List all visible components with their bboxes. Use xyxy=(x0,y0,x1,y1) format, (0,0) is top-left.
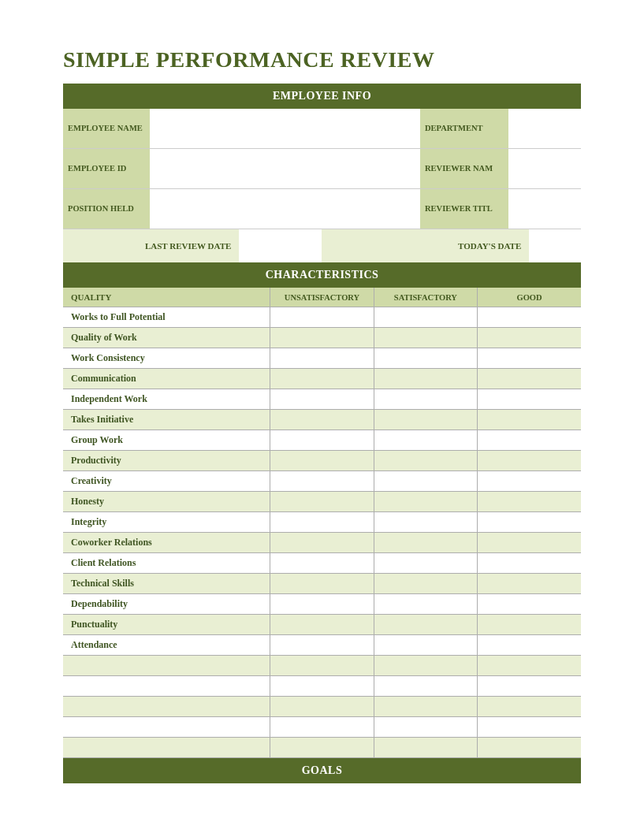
rating-cell-satisfactory[interactable] xyxy=(374,369,477,389)
rating-cell-satisfactory[interactable] xyxy=(374,656,477,676)
rating-cell-good[interactable] xyxy=(478,512,581,533)
rating-cell-unsatisfactory[interactable] xyxy=(270,615,374,635)
quality-label xyxy=(63,676,270,697)
rating-cell-good[interactable] xyxy=(478,656,581,676)
rating-cell-satisfactory[interactable] xyxy=(374,307,477,328)
rating-cell-satisfactory[interactable] xyxy=(374,389,477,410)
rating-cell-unsatisfactory[interactable] xyxy=(270,389,374,410)
rating-cell-unsatisfactory[interactable] xyxy=(270,717,374,738)
characteristics-row: Creativity xyxy=(63,471,581,492)
field-reviewer-title[interactable] xyxy=(508,189,581,229)
rating-cell-satisfactory[interactable] xyxy=(374,410,477,430)
rating-cell-satisfactory[interactable] xyxy=(374,574,477,594)
rating-cell-unsatisfactory[interactable] xyxy=(270,430,374,451)
rating-cell-satisfactory[interactable] xyxy=(374,738,477,758)
rating-cell-good[interactable] xyxy=(478,389,581,410)
rating-cell-unsatisfactory[interactable] xyxy=(270,451,374,471)
rating-cell-satisfactory[interactable] xyxy=(374,348,477,369)
quality-label: Technical Skills xyxy=(63,574,270,594)
rating-cell-satisfactory[interactable] xyxy=(374,471,477,492)
rating-cell-unsatisfactory[interactable] xyxy=(270,492,374,512)
field-reviewer-name[interactable] xyxy=(508,149,581,189)
rating-cell-unsatisfactory[interactable] xyxy=(270,471,374,492)
rating-cell-unsatisfactory[interactable] xyxy=(270,594,374,615)
rating-cell-unsatisfactory[interactable] xyxy=(270,512,374,533)
field-employee-name[interactable] xyxy=(150,109,420,149)
rating-cell-satisfactory[interactable] xyxy=(374,615,477,635)
rating-cell-satisfactory[interactable] xyxy=(374,717,477,738)
rating-cell-unsatisfactory[interactable] xyxy=(270,348,374,369)
rating-cell-good[interactable] xyxy=(478,369,581,389)
rating-cell-good[interactable] xyxy=(478,533,581,553)
rating-cell-unsatisfactory[interactable] xyxy=(270,656,374,676)
rating-cell-unsatisfactory[interactable] xyxy=(270,553,374,574)
document-title: SIMPLE PERFORMANCE REVIEW xyxy=(63,47,581,73)
rating-cell-good[interactable] xyxy=(478,594,581,615)
rating-cell-good[interactable] xyxy=(478,738,581,758)
rating-cell-unsatisfactory[interactable] xyxy=(270,410,374,430)
rating-cell-satisfactory[interactable] xyxy=(374,676,477,697)
rating-cell-satisfactory[interactable] xyxy=(374,697,477,717)
characteristics-row: Productivity xyxy=(63,451,581,471)
quality-label xyxy=(63,697,270,717)
rating-cell-satisfactory[interactable] xyxy=(374,635,477,656)
characteristics-row: Quality of Work xyxy=(63,328,581,348)
characteristics-table: QUALITY UNSATISFACTORY SATISFACTORY GOOD… xyxy=(63,288,581,758)
characteristics-row xyxy=(63,676,581,697)
rating-cell-good[interactable] xyxy=(478,307,581,328)
rating-cell-good[interactable] xyxy=(478,615,581,635)
section-header-goals: GOALS xyxy=(63,758,581,783)
characteristics-row xyxy=(63,738,581,758)
field-todays-date[interactable] xyxy=(529,229,581,262)
quality-label xyxy=(63,738,270,758)
rating-cell-good[interactable] xyxy=(478,697,581,717)
quality-label: Productivity xyxy=(63,451,270,471)
rating-cell-good[interactable] xyxy=(478,717,581,738)
rating-cell-satisfactory[interactable] xyxy=(374,512,477,533)
rating-cell-good[interactable] xyxy=(478,328,581,348)
rating-cell-good[interactable] xyxy=(478,348,581,369)
rating-cell-good[interactable] xyxy=(478,451,581,471)
rating-cell-good[interactable] xyxy=(478,471,581,492)
rating-cell-good[interactable] xyxy=(478,676,581,697)
rating-cell-unsatisfactory[interactable] xyxy=(270,369,374,389)
rating-cell-satisfactory[interactable] xyxy=(374,430,477,451)
rating-cell-good[interactable] xyxy=(478,635,581,656)
label-department: DEPARTMENT xyxy=(420,109,508,149)
quality-label: Takes Initiative xyxy=(63,410,270,430)
rating-cell-satisfactory[interactable] xyxy=(374,492,477,512)
label-last-review-date: LAST REVIEW DATE xyxy=(63,229,239,262)
rating-cell-good[interactable] xyxy=(478,492,581,512)
col-quality: QUALITY xyxy=(63,288,270,307)
rating-cell-satisfactory[interactable] xyxy=(374,594,477,615)
page: SIMPLE PERFORMANCE REVIEW EMPLOYEE INFO … xyxy=(0,0,644,815)
rating-cell-unsatisfactory[interactable] xyxy=(270,533,374,553)
rating-cell-good[interactable] xyxy=(478,430,581,451)
rating-cell-unsatisfactory[interactable] xyxy=(270,307,374,328)
field-department[interactable] xyxy=(508,109,581,149)
characteristics-row xyxy=(63,697,581,717)
rating-cell-unsatisfactory[interactable] xyxy=(270,635,374,656)
rating-cell-unsatisfactory[interactable] xyxy=(270,574,374,594)
label-position-held: POSITION HELD xyxy=(63,189,150,229)
rating-cell-unsatisfactory[interactable] xyxy=(270,738,374,758)
field-employee-id[interactable] xyxy=(150,149,420,189)
rating-cell-satisfactory[interactable] xyxy=(374,451,477,471)
field-last-review-date[interactable] xyxy=(239,229,322,262)
rating-cell-satisfactory[interactable] xyxy=(374,328,477,348)
characteristics-row xyxy=(63,717,581,738)
rating-cell-unsatisfactory[interactable] xyxy=(270,328,374,348)
rating-cell-good[interactable] xyxy=(478,410,581,430)
quality-label xyxy=(63,656,270,676)
rating-cell-unsatisfactory[interactable] xyxy=(270,676,374,697)
rating-cell-good[interactable] xyxy=(478,553,581,574)
label-reviewer-name: REVIEWER NAM xyxy=(420,149,508,189)
rating-cell-satisfactory[interactable] xyxy=(374,533,477,553)
date-row-table: LAST REVIEW DATE TODAY'S DATE xyxy=(63,229,581,262)
rating-cell-unsatisfactory[interactable] xyxy=(270,697,374,717)
characteristics-row: Honesty xyxy=(63,492,581,512)
rating-cell-good[interactable] xyxy=(478,574,581,594)
field-position-held[interactable] xyxy=(150,189,420,229)
quality-label: Punctuality xyxy=(63,615,270,635)
rating-cell-satisfactory[interactable] xyxy=(374,553,477,574)
